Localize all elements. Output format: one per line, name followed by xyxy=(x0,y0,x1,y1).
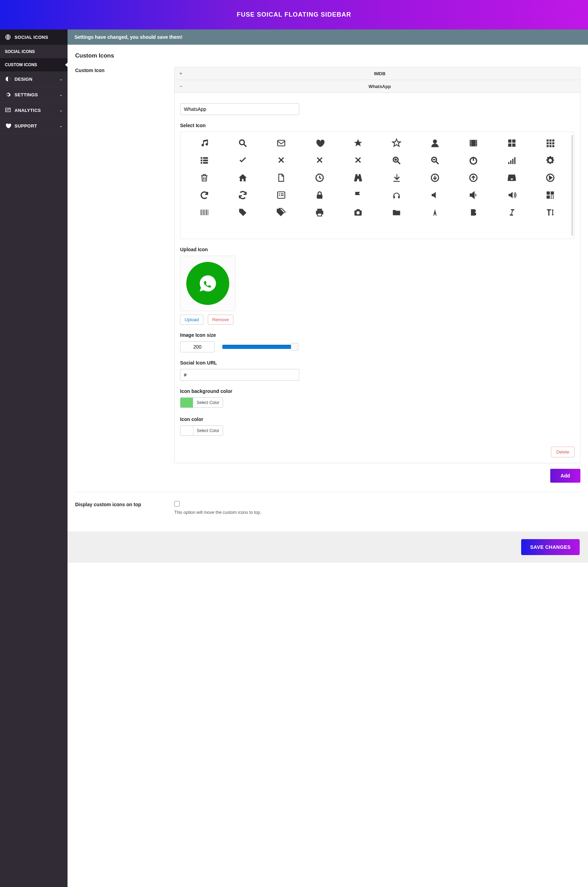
camera-icon[interactable] xyxy=(340,207,375,217)
file-icon[interactable] xyxy=(264,173,298,183)
th-icon[interactable] xyxy=(533,138,568,148)
sidebar-item-settings[interactable]: SETTINGS ⌄ xyxy=(0,87,68,102)
icon-color-label: Icon color xyxy=(180,416,574,422)
text-height-icon[interactable] xyxy=(533,207,568,217)
svg-rect-45 xyxy=(281,193,284,194)
select-color-label: Select Color xyxy=(193,426,223,436)
times-icon[interactable] xyxy=(264,156,298,165)
heart-icon xyxy=(5,123,11,129)
svg-rect-28 xyxy=(201,160,202,161)
music-icon[interactable] xyxy=(187,138,222,148)
folder-icon[interactable] xyxy=(379,207,414,217)
svg-rect-31 xyxy=(203,162,208,164)
list-alt-icon[interactable] xyxy=(264,190,298,200)
accordion-imdb[interactable]: + IMDB xyxy=(174,67,580,80)
sidebar-item-label: SETTINGS xyxy=(15,92,59,97)
trash-icon[interactable] xyxy=(187,173,222,183)
sidebar-sub-social-icons[interactable]: SOCIAL ICONS xyxy=(0,45,68,58)
qrcode-icon[interactable] xyxy=(533,190,568,200)
svg-rect-30 xyxy=(201,162,202,164)
zoom-in-icon[interactable] xyxy=(379,156,414,165)
svg-rect-51 xyxy=(547,195,550,198)
inbox-icon[interactable] xyxy=(495,173,530,183)
zoom-out-icon[interactable] xyxy=(418,156,453,165)
svg-rect-27 xyxy=(203,157,208,159)
heart-icon[interactable] xyxy=(302,138,337,148)
tags-icon[interactable] xyxy=(264,207,298,217)
download-icon[interactable] xyxy=(379,173,414,183)
bg-color-picker[interactable]: Select Color xyxy=(180,397,223,408)
user-icon[interactable] xyxy=(418,138,453,148)
film-icon[interactable] xyxy=(456,138,491,148)
check-icon[interactable] xyxy=(225,156,260,165)
clock-icon[interactable] xyxy=(302,173,337,183)
cog-icon[interactable] xyxy=(533,156,568,165)
sidebar-item-analytics[interactable]: ANALYTICS ⌄ xyxy=(0,102,68,118)
list-icon[interactable] xyxy=(187,156,222,165)
signal-icon[interactable] xyxy=(495,156,530,165)
accordion-title: WhatsApp xyxy=(184,84,575,89)
times-icon[interactable] xyxy=(302,156,337,165)
barcode-icon[interactable] xyxy=(187,207,222,217)
volume-up-icon[interactable] xyxy=(495,190,530,200)
times-icon[interactable] xyxy=(340,156,375,165)
svg-rect-38 xyxy=(514,157,516,164)
print-icon[interactable] xyxy=(302,207,337,217)
svg-rect-18 xyxy=(549,140,552,142)
icon-name-input[interactable] xyxy=(180,103,299,115)
image-size-slider[interactable] xyxy=(222,344,296,350)
th-large-icon[interactable] xyxy=(495,138,530,148)
play-circle-icon[interactable] xyxy=(533,173,568,183)
svg-rect-24 xyxy=(549,145,552,147)
search-icon[interactable] xyxy=(225,138,260,148)
italic-icon[interactable] xyxy=(495,207,530,217)
font-icon[interactable] xyxy=(418,207,453,217)
refresh-icon[interactable] xyxy=(225,190,260,200)
icon-color-picker[interactable]: Select Color xyxy=(180,425,223,436)
sidebar-sub-custom-icons[interactable]: CUSTOM ICONS xyxy=(0,58,68,71)
svg-rect-36 xyxy=(510,161,512,164)
upload-button[interactable]: Upload xyxy=(180,314,203,325)
headphones-icon[interactable] xyxy=(379,190,414,200)
sidebar-item-social-icons[interactable]: SOCIAL ICONS xyxy=(0,29,68,45)
save-bar: SAVE CHANGES xyxy=(68,532,588,563)
globe-icon xyxy=(5,34,11,40)
home-icon[interactable] xyxy=(225,173,260,183)
power-icon[interactable] xyxy=(456,156,491,165)
color-swatch xyxy=(180,426,193,436)
add-button[interactable]: Add xyxy=(550,469,580,483)
svg-rect-19 xyxy=(552,140,554,142)
delete-button[interactable]: Delete xyxy=(551,447,574,457)
volume-down-icon[interactable] xyxy=(456,190,491,200)
tag-icon[interactable] xyxy=(225,207,260,217)
select-icon-label: Select Icon xyxy=(180,123,574,128)
svg-rect-47 xyxy=(281,195,284,196)
sidebar-item-support[interactable]: SUPPORT ⌄ xyxy=(0,118,68,134)
app-header: FUSE SOICAL FLOATING SIDEBAR xyxy=(0,0,588,29)
star-outline-icon[interactable] xyxy=(379,138,414,148)
arrow-circle-down-icon[interactable] xyxy=(418,173,453,183)
url-input[interactable] xyxy=(180,369,299,381)
flag-icon[interactable] xyxy=(340,190,375,200)
image-size-input[interactable] xyxy=(180,341,215,352)
remove-button[interactable]: Remove xyxy=(208,314,233,325)
svg-rect-8 xyxy=(471,143,471,143)
svg-rect-62 xyxy=(317,209,322,211)
icon-picker[interactable] xyxy=(180,132,574,239)
star-icon[interactable] xyxy=(340,138,375,148)
envelope-icon[interactable] xyxy=(264,138,298,148)
svg-rect-20 xyxy=(547,143,549,144)
accordion-body: Select Icon xyxy=(174,93,580,463)
accordion-whatsapp[interactable]: − WhatsApp xyxy=(174,80,580,93)
display-top-checkbox[interactable] xyxy=(174,501,180,507)
display-top-label: Display custom icons on top xyxy=(75,501,174,515)
road-icon[interactable] xyxy=(340,173,375,183)
rotate-right-icon[interactable] xyxy=(187,190,222,200)
volume-off-icon[interactable] xyxy=(418,190,453,200)
arrow-circle-up-icon[interactable] xyxy=(456,173,491,183)
bold-icon[interactable] xyxy=(456,207,491,217)
sidebar-item-design[interactable]: DESIGN ⌄ xyxy=(0,71,68,87)
svg-rect-46 xyxy=(279,195,280,196)
lock-icon[interactable] xyxy=(302,190,337,200)
save-changes-button[interactable]: SAVE CHANGES xyxy=(521,539,580,555)
